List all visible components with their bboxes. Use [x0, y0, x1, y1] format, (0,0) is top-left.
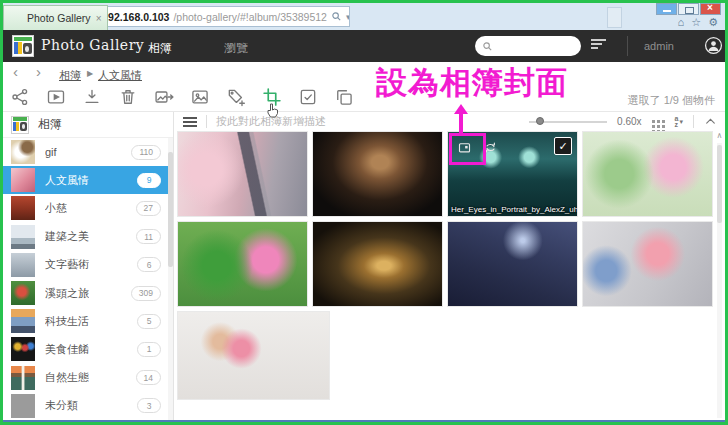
- album-count-badge: 6: [137, 257, 161, 272]
- album-thumbnail: [11, 196, 35, 220]
- toolbar-actions: [10, 87, 354, 107]
- photo-tile[interactable]: ✓ Her_Eyes_in_Portrait_by_AlexZ_uhd.jpg: [447, 131, 578, 217]
- album-count-badge: 14: [136, 370, 161, 385]
- album-name: 自然生態: [45, 370, 89, 385]
- photo-wall-icon[interactable]: [190, 87, 210, 107]
- search-dropdown-icon[interactable]: ▾: [346, 12, 350, 22]
- breadcrumb-root[interactable]: 相簿: [59, 68, 81, 83]
- filter-list-icon[interactable]: [591, 39, 607, 52]
- album-list-item[interactable]: 未分類 3: [3, 392, 168, 420]
- restore-button[interactable]: [678, 3, 699, 15]
- album-thumbnail: [11, 140, 35, 164]
- screenshot-root: ← → http://192.168.0.103/photo-gallery/#…: [0, 0, 728, 425]
- history-forward-icon[interactable]: [36, 63, 41, 80]
- breadcrumb-current[interactable]: 人文風情: [98, 68, 142, 83]
- album-list-item[interactable]: gif 110: [3, 138, 168, 166]
- settings-gear-icon[interactable]: [708, 16, 718, 29]
- scroll-up-icon[interactable]: [715, 131, 724, 141]
- album-thumbnail: [11, 337, 35, 361]
- selection-status: 選取了 1/9 個物件: [628, 93, 715, 108]
- album-list-item[interactable]: 科技生活 5: [3, 307, 168, 335]
- download-icon[interactable]: [82, 87, 102, 107]
- album-name: 溪頭之旅: [45, 286, 89, 301]
- user-name[interactable]: admin: [644, 40, 674, 52]
- albums-icon: [11, 116, 29, 134]
- zoom-level-label: 0.60x: [617, 116, 641, 127]
- album-thumbnail: [11, 253, 35, 277]
- tag-add-icon[interactable]: [226, 87, 246, 107]
- tab-close-icon[interactable]: ×: [96, 13, 102, 24]
- history-back-icon[interactable]: [13, 63, 18, 80]
- search-input[interactable]: [475, 36, 581, 56]
- close-window-button[interactable]: [700, 3, 721, 15]
- collapse-chevron-icon[interactable]: [704, 115, 717, 128]
- breadcrumb-separator-icon: ▶: [87, 69, 93, 78]
- sidebar-scrollbar[interactable]: [168, 138, 173, 420]
- sidebar-title: 相簿: [38, 116, 62, 133]
- sort-az-icon[interactable]: [675, 116, 683, 128]
- menu-icon[interactable]: [183, 115, 197, 129]
- copy-icon[interactable]: [334, 87, 354, 107]
- album-list-item[interactable]: 小慈 27: [3, 194, 168, 222]
- photo-tile[interactable]: [177, 131, 308, 217]
- album-count-badge: 110: [131, 145, 161, 160]
- album-name: 人文風情: [45, 173, 89, 188]
- header-nav-item[interactable]: 瀏覽: [224, 40, 248, 57]
- move-to-album-icon[interactable]: [154, 87, 174, 107]
- photo-tile[interactable]: [177, 221, 308, 307]
- photo-tile[interactable]: [447, 221, 578, 307]
- album-thumbnail: [11, 281, 35, 305]
- trash-icon[interactable]: [118, 87, 138, 107]
- album-thumbnail: [11, 394, 35, 418]
- tile-checkbox[interactable]: ✓: [554, 137, 572, 155]
- album-list-item[interactable]: 文字藝術 6: [3, 251, 168, 279]
- photo-tile[interactable]: [582, 221, 713, 307]
- photo-tile[interactable]: [312, 131, 443, 217]
- album-thumbnail: [11, 225, 35, 249]
- grid-scrollbar[interactable]: [715, 131, 724, 418]
- album-list-item[interactable]: 美食佳餚 1: [3, 335, 168, 363]
- url-host: 192.168.0.103: [102, 11, 169, 23]
- photo-tile[interactable]: [177, 311, 330, 400]
- album-sidebar: 相簿 gif 110 人文風情 9 小慈 27: [3, 112, 174, 420]
- album-list-item[interactable]: 溪頭之旅 309: [3, 279, 168, 307]
- grid-controls-bar: 按此對此相簿新增描述 0.60x: [175, 112, 725, 131]
- thumbnail-zoom-slider[interactable]: [529, 121, 607, 123]
- annotation-arrow: [454, 104, 468, 135]
- album-name: 小慈: [45, 201, 67, 216]
- photo-tile[interactable]: [312, 221, 443, 307]
- select-mode-icon[interactable]: [298, 87, 318, 107]
- photo-grid: ✓ Her_Eyes_in_Portrait_by_AlexZ_uhd.jpg: [177, 131, 713, 420]
- slider-handle[interactable]: [536, 117, 544, 125]
- slideshow-icon[interactable]: [46, 87, 66, 107]
- tab-label: Photo Gallery: [27, 12, 91, 24]
- album-count-badge: 11: [136, 229, 161, 244]
- minimize-button[interactable]: [656, 3, 677, 15]
- album-list-item[interactable]: 建築之美 11: [3, 223, 168, 251]
- sidebar-header: 相簿: [3, 112, 173, 138]
- album-count-badge: 9: [137, 173, 161, 188]
- share-icon[interactable]: [10, 87, 30, 107]
- app-title: Photo Gallery: [41, 37, 144, 53]
- scrollbar-thumb[interactable]: [717, 145, 722, 223]
- header-divider: [627, 36, 628, 56]
- album-list-item[interactable]: 自然生態 14: [3, 364, 168, 392]
- album-thumbnail: [11, 168, 35, 192]
- user-account-icon[interactable]: [704, 36, 723, 55]
- search-icon[interactable]: [331, 11, 342, 22]
- home-icon[interactable]: [678, 16, 685, 29]
- album-name: 美食佳餚: [45, 342, 89, 357]
- tile-filename: Her_Eyes_in_Portrait_by_AlexZ_uhd.jpg: [448, 204, 577, 215]
- album-count-badge: 27: [136, 201, 161, 216]
- album-thumbnail: [11, 366, 35, 390]
- album-list-item[interactable]: 人文風情 9: [3, 166, 168, 194]
- photo-tile[interactable]: [582, 131, 713, 217]
- favorites-icon[interactable]: [691, 16, 701, 29]
- header-nav-item[interactable]: 相簿: [148, 40, 172, 57]
- album-name: gif: [45, 146, 57, 158]
- album-name: 文字藝術: [45, 257, 89, 272]
- header-nav: 相簿 瀏覽: [148, 40, 248, 57]
- browser-tab[interactable]: Photo Gallery ×: [3, 5, 108, 30]
- new-tab-button[interactable]: [607, 7, 622, 28]
- grid-view-icon[interactable]: [652, 120, 655, 123]
